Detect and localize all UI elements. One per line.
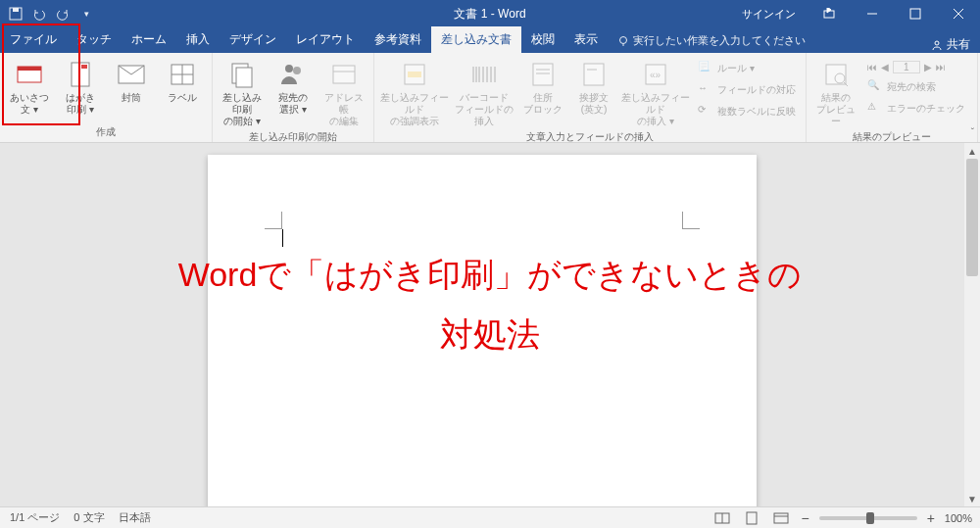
recipients-icon	[277, 59, 309, 90]
minimize-button[interactable]	[851, 0, 894, 27]
share-icon	[931, 39, 943, 51]
tab-layout[interactable]: レイアウト	[286, 26, 365, 53]
svg-rect-22	[333, 66, 355, 83]
status-language[interactable]: 日本語	[119, 510, 151, 525]
record-nav: ⏮ ◀ 1 ▶ ⏭	[863, 59, 971, 75]
tell-me-placeholder: 実行したい作業を入力してください	[633, 33, 806, 48]
svg-point-7	[620, 36, 627, 43]
prev-record-icon: ◀	[881, 62, 889, 72]
select-recipients-button[interactable]: 宛先の 選択 ▾	[270, 57, 317, 116]
preview-results-button: 結果の プレビュー	[812, 57, 859, 127]
window-title: 文書 1 - Word	[454, 6, 525, 23]
tab-mailings[interactable]: 差し込み文書	[431, 26, 521, 53]
envelope-icon	[116, 59, 147, 90]
close-button[interactable]	[937, 0, 980, 27]
preview-nav-stack: ⏮ ◀ 1 ▶ ⏭ 🔍宛先の検索 ⚠エラーのチェック	[863, 57, 971, 119]
scroll-down-icon[interactable]: ▼	[964, 491, 980, 506]
greeting-button[interactable]: あいさつ 文 ▾	[6, 57, 53, 116]
collapse-ribbon-icon[interactable]: ˇ	[971, 127, 974, 138]
qat-customize-icon[interactable]: ▾	[78, 6, 94, 22]
group-start-merge: 差し込み印刷 の開始 ▾ 宛先の 選択 ▾ アドレス帳 の編集 差し込み印刷の開…	[213, 53, 374, 142]
svg-text:«»: «»	[650, 70, 662, 80]
web-layout-icon[interactable]	[771, 510, 791, 526]
scroll-track[interactable]	[964, 159, 980, 491]
rules-button: 📃ルール ▾	[694, 59, 800, 78]
svg-point-9	[935, 41, 939, 45]
labels-icon	[167, 59, 198, 90]
next-record-icon: ▶	[924, 62, 932, 72]
preview-icon	[820, 59, 852, 90]
title-bar: ▾ 文書 1 - Word サインイン	[0, 0, 980, 27]
svg-rect-1	[13, 8, 19, 12]
highlight-fields-button: 差し込みフィールド の強調表示	[380, 57, 449, 127]
insert-merge-field-button: «» 差し込みフィールド の挿入 ▾	[621, 57, 690, 127]
svg-rect-19	[236, 68, 252, 87]
first-record-icon: ⏮	[867, 62, 877, 72]
tab-touch[interactable]: タッチ	[67, 26, 122, 53]
insert-field-icon: «»	[640, 59, 671, 90]
status-bar: 1/1 ページ 0 文字 日本語 − + 100%	[0, 506, 980, 528]
labels-button[interactable]: ラベル	[159, 57, 206, 116]
save-icon[interactable]	[8, 6, 24, 22]
redo-icon[interactable]	[55, 6, 71, 22]
tab-review[interactable]: 校閲	[521, 26, 564, 53]
barcode-button: バーコード フィールドの挿入	[453, 57, 515, 127]
vertical-scrollbar[interactable]: ▲ ▼	[964, 143, 980, 506]
start-merge-icon	[226, 59, 258, 90]
match-fields-button: ↔フィールドの対応	[694, 80, 800, 100]
status-word-count[interactable]: 0 文字	[74, 510, 104, 525]
ribbon-tab-strip: ファイル タッチ ホーム 挿入 デザイン レイアウト 参考資料 差し込み文書 校…	[0, 27, 980, 53]
signin-link[interactable]: サインイン	[742, 7, 796, 22]
zoom-percentage[interactable]: 100%	[945, 512, 972, 524]
envelope-button[interactable]: 封筒	[108, 57, 155, 116]
greeting-line-button: 挨拶文 (英文)	[570, 57, 617, 116]
greeting-icon	[14, 59, 45, 90]
margin-mark-tr	[682, 212, 700, 229]
margin-mark-tl	[265, 212, 282, 229]
hagaki-icon	[65, 59, 96, 90]
scroll-up-icon[interactable]: ▲	[964, 143, 980, 159]
match-icon: ↔	[698, 82, 713, 98]
zoom-out-icon[interactable]: −	[801, 510, 808, 526]
undo-icon[interactable]	[31, 6, 47, 22]
group-preview: 結果の プレビュー ⏮ ◀ 1 ▶ ⏭ 🔍宛先の検索 ⚠エラーのチェック 結果の…	[807, 53, 978, 142]
text-cursor	[282, 229, 283, 247]
check-errors-button: ⚠エラーのチェック	[863, 99, 971, 119]
tab-insert[interactable]: 挿入	[176, 26, 220, 53]
document-page[interactable]	[208, 155, 757, 506]
barcode-icon	[468, 59, 500, 90]
tell-me-search[interactable]: 実行したい作業を入力してください	[608, 28, 815, 53]
rules-icon: 📃	[698, 61, 713, 76]
share-button[interactable]: 共有	[931, 36, 970, 53]
scroll-thumb[interactable]	[966, 159, 978, 276]
update-icon: ⟳	[698, 104, 713, 120]
svg-rect-11	[18, 67, 41, 71]
find-recipient-button: 🔍宛先の検索	[863, 77, 971, 97]
ribbon-options-icon[interactable]	[808, 0, 851, 27]
hagaki-button[interactable]: はがき 印刷 ▾	[57, 57, 104, 116]
read-mode-icon[interactable]	[712, 510, 732, 526]
group-create-label: 作成	[96, 122, 116, 142]
zoom-slider-knob[interactable]	[866, 512, 874, 524]
print-layout-icon[interactable]	[742, 510, 761, 526]
zoom-in-icon[interactable]: +	[927, 510, 935, 526]
tab-view[interactable]: 表示	[564, 26, 608, 53]
document-area[interactable]	[0, 143, 964, 506]
svg-rect-4	[910, 9, 920, 19]
edit-recipients-button: アドレス帳 の編集	[320, 57, 368, 127]
zoom-slider[interactable]	[819, 516, 917, 520]
start-merge-button[interactable]: 差し込み印刷 の開始 ▾	[219, 57, 266, 127]
status-page[interactable]: 1/1 ページ	[10, 510, 60, 525]
find-icon: 🔍	[867, 79, 883, 95]
last-record-icon: ⏭	[936, 62, 946, 72]
svg-rect-36	[584, 64, 604, 85]
maximize-button[interactable]	[894, 0, 937, 27]
svg-rect-25	[408, 72, 421, 77]
tab-references[interactable]: 参考資料	[365, 26, 431, 53]
rules-stack: 📃ルール ▾ ↔フィールドの対応 ⟳複数ラベルに反映	[694, 57, 800, 121]
ribbon: あいさつ 文 ▾ はがき 印刷 ▾ 封筒 ラベル 作成 差し込み印刷 の開始 ▾	[0, 53, 980, 143]
tab-home[interactable]: ホーム	[122, 26, 176, 53]
update-labels-button: ⟳複数ラベルに反映	[694, 102, 800, 121]
tab-design[interactable]: デザイン	[220, 26, 286, 53]
tab-file[interactable]: ファイル	[0, 26, 67, 53]
